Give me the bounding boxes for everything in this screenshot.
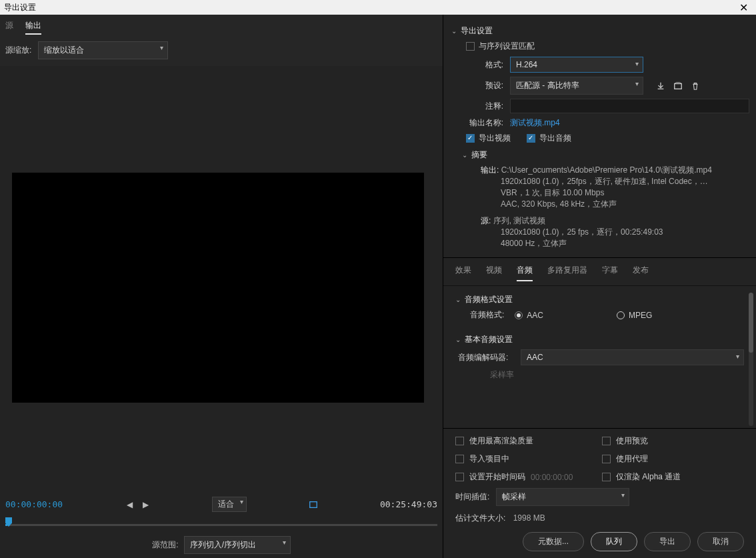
estimate-label: 估计文件大小: [455,513,505,523]
svg-rect-0 [310,501,317,507]
tab-video[interactable]: 视频 [486,265,502,281]
export-button[interactable]: 导出 [644,532,691,551]
close-icon[interactable]: ✕ [735,1,752,14]
aspect-ratio-icon[interactable] [307,499,319,510]
format-select[interactable]: H.264 [510,57,643,73]
save-preset-icon[interactable] [655,81,666,91]
chevron-down-icon: ⌄ [462,151,467,159]
step-forward-icon[interactable]: ▶ [139,499,151,510]
summary-out-line1: 1920x1080 (1.0)，25fps，逐行, 硬件加速, Intel Co… [501,176,749,187]
tab-effects[interactable]: 效果 [455,265,471,281]
output-name-link[interactable]: 测试视频.mp4 [510,117,560,129]
metadata-button[interactable]: 元数据... [523,532,584,551]
summary-header[interactable]: ⌄ 摘要 [462,149,749,161]
comment-label: 注释: [466,101,503,112]
audio-format-header[interactable]: ⌄ 音频格式设置 [455,294,744,305]
sample-rate-label: 采样率 [458,369,514,381]
output-name-label: 输出名称: [466,117,503,129]
summary-src-line2: 48000 Hz，立体声 [501,238,749,249]
export-settings-header[interactable]: ⌄ 导出设置 [451,25,749,37]
import-preset-icon[interactable] [673,81,683,91]
queue-button[interactable]: 队列 [591,532,637,551]
titlebar: 导出设置 ✕ [0,0,756,15]
summary-src-line1: 1920x1080 (1.0)，25 fps，逐行，00:25:49:03 [501,227,749,238]
cancel-button[interactable]: 取消 [697,532,744,551]
source-scale-label: 源缩放: [5,45,31,56]
chevron-down-icon: ⌄ [455,336,461,343]
basic-audio-header[interactable]: ⌄ 基本音频设置 [455,334,744,345]
summary-out-line2: VBR，1 次, 目标 10.00 Mbps [501,187,749,199]
preset-select[interactable]: 匹配源 - 高比特率 [510,77,643,95]
audio-format-mpeg-radio[interactable]: MPEG [617,311,652,320]
use-proxy-checkbox[interactable]: 使用代理 [602,453,722,465]
summary-out-line3: AAC, 320 Kbps, 48 kHz，立体声 [501,199,749,210]
audio-format-aac-radio[interactable]: AAC [515,311,543,320]
use-preview-checkbox[interactable]: 使用预览 [602,435,722,447]
timecode-end: 00:25:49:03 [380,499,437,509]
scrollbar-thumb[interactable] [749,293,753,353]
audio-codec-label: 音频编解码器: [458,352,514,363]
set-timecode-checkbox[interactable]: 设置开始时间码00:00:00:00 [455,471,575,483]
tab-source[interactable]: 源 [5,20,13,35]
summary-output-label: 输出: [481,165,499,175]
source-scale-dropdown[interactable]: 缩放以适合 [38,41,168,59]
chevron-down-icon: ⌄ [455,296,461,303]
zoom-fit-dropdown[interactable]: 适合 [212,497,247,512]
audio-codec-select[interactable]: AAC [521,349,744,365]
timeline[interactable] [5,517,437,529]
comment-field[interactable] [510,99,749,113]
tab-publish[interactable]: 发布 [633,265,649,281]
interpolation-select[interactable]: 帧采样 [496,488,629,506]
preset-label: 预设: [466,80,503,91]
step-back-icon[interactable]: ◀ [123,499,135,510]
export-audio-checkbox[interactable]: 导出音频 [527,133,571,144]
tab-output[interactable]: 输出 [25,20,41,35]
scrollbar[interactable] [749,293,753,426]
svg-rect-1 [675,83,682,89]
chevron-down-icon: ⌄ [451,27,457,35]
match-sequence-checkbox[interactable]: 与序列设置匹配 [466,41,535,52]
format-label: 格式: [466,59,503,71]
interpolation-label: 时间插值: [455,491,489,503]
import-project-checkbox[interactable]: 导入项目中 [455,453,575,465]
estimate-value: 1998 MB [513,513,545,523]
summary-source-label: 源: [481,216,491,225]
summary-source-title: 序列, 测试视频 [493,216,546,225]
audio-format-label: 音频格式: [470,309,504,321]
summary-output-path: C:\User_ocuments\Adobe\Premiere Pro\14.0… [501,165,712,175]
timecode-start[interactable]: 00:00:00:00 [5,499,63,509]
source-range-dropdown[interactable]: 序列切入/序列切出 [184,536,291,554]
alpha-only-checkbox[interactable]: 仅渲染 Alpha 通道 [602,471,722,483]
tab-caption[interactable]: 字幕 [602,265,618,281]
tab-audio[interactable]: 音频 [517,265,533,281]
delete-preset-icon[interactable] [690,81,701,91]
dialog-title: 导出设置 [4,2,36,13]
preview-canvas [12,173,424,403]
tab-mux[interactable]: 多路复用器 [547,265,587,281]
preview-area [0,66,443,491]
max-quality-checkbox[interactable]: 使用最高渲染质量 [455,435,575,447]
source-range-label: 源范围: [152,539,178,551]
export-video-checkbox[interactable]: 导出视频 [466,133,511,144]
